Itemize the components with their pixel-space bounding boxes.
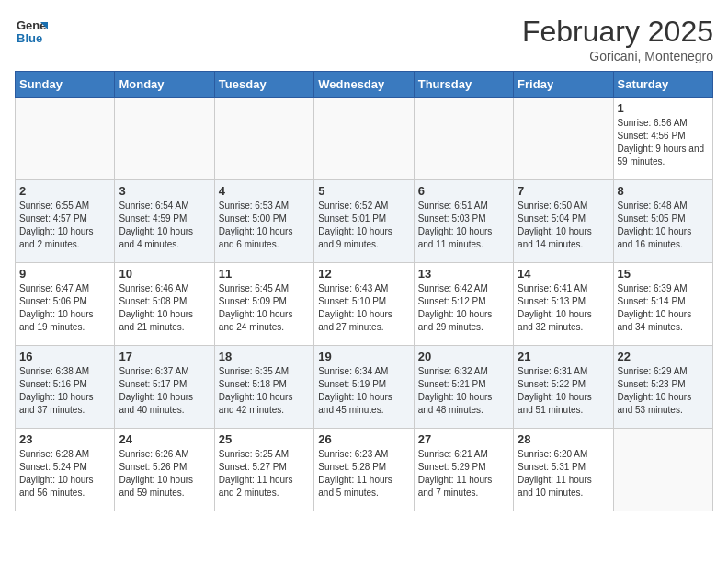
day-info: Sunrise: 6:21 AM Sunset: 5:29 PM Dayligh… <box>418 448 509 500</box>
day-info: Sunrise: 6:55 AM Sunset: 4:57 PM Dayligh… <box>19 200 110 251</box>
day-number: 22 <box>618 350 709 363</box>
day-number: 19 <box>318 350 409 363</box>
day-info: Sunrise: 6:46 AM Sunset: 5:08 PM Dayligh… <box>119 282 210 334</box>
calendar-cell: 17Sunrise: 6:37 AM Sunset: 5:17 PM Dayli… <box>115 346 214 429</box>
weekday-header-wednesday: Wednesday <box>314 72 414 98</box>
weekday-header-row: SundayMondayTuesdayWednesdayThursdayFrid… <box>16 72 713 98</box>
calendar-cell: 20Sunrise: 6:32 AM Sunset: 5:21 PM Dayli… <box>414 346 513 429</box>
calendar-cell <box>16 98 115 180</box>
day-number: 9 <box>19 267 110 281</box>
day-info: Sunrise: 6:31 AM Sunset: 5:22 PM Dayligh… <box>518 365 609 417</box>
day-info: Sunrise: 6:54 AM Sunset: 4:59 PM Dayligh… <box>119 200 210 251</box>
day-info: Sunrise: 6:26 AM Sunset: 5:26 PM Dayligh… <box>119 448 210 500</box>
day-number: 6 <box>418 184 509 198</box>
day-number: 25 <box>219 432 310 446</box>
day-info: Sunrise: 6:56 AM Sunset: 4:56 PM Dayligh… <box>618 117 709 168</box>
day-number: 20 <box>418 350 509 363</box>
calendar-cell: 11Sunrise: 6:45 AM Sunset: 5:09 PM Dayli… <box>214 263 313 346</box>
day-number: 21 <box>518 350 609 363</box>
calendar-cell: 24Sunrise: 6:26 AM Sunset: 5:26 PM Dayli… <box>115 429 214 511</box>
calendar-cell <box>514 98 613 180</box>
day-info: Sunrise: 6:42 AM Sunset: 5:12 PM Dayligh… <box>418 282 509 334</box>
calendar-cell: 1Sunrise: 6:56 AM Sunset: 4:56 PM Daylig… <box>613 98 712 180</box>
calendar-cell: 10Sunrise: 6:46 AM Sunset: 5:08 PM Dayli… <box>115 263 214 346</box>
weekday-header-friday: Friday <box>514 72 613 98</box>
day-info: Sunrise: 6:41 AM Sunset: 5:13 PM Dayligh… <box>518 282 609 334</box>
day-number: 24 <box>119 432 210 446</box>
day-info: Sunrise: 6:48 AM Sunset: 5:05 PM Dayligh… <box>618 200 709 251</box>
calendar-cell: 25Sunrise: 6:25 AM Sunset: 5:27 PM Dayli… <box>214 429 313 511</box>
calendar-week-row-4: 16Sunrise: 6:38 AM Sunset: 5:16 PM Dayli… <box>16 346 713 429</box>
day-number: 10 <box>119 267 210 281</box>
page-header: General Blue February 2025 Goricani, Mon… <box>15 15 713 63</box>
day-info: Sunrise: 6:20 AM Sunset: 5:31 PM Dayligh… <box>518 448 609 500</box>
calendar-cell <box>115 98 214 180</box>
day-number: 2 <box>19 184 110 198</box>
month-year-title: February 2025 <box>522 15 713 49</box>
day-number: 26 <box>318 432 409 446</box>
svg-text:Blue: Blue <box>17 31 42 45</box>
weekday-header-monday: Monday <box>115 72 214 98</box>
calendar-cell: 12Sunrise: 6:43 AM Sunset: 5:10 PM Dayli… <box>314 263 414 346</box>
calendar-cell: 14Sunrise: 6:41 AM Sunset: 5:13 PM Dayli… <box>514 263 613 346</box>
day-number: 18 <box>219 350 310 363</box>
calendar-cell: 21Sunrise: 6:31 AM Sunset: 5:22 PM Dayli… <box>514 346 613 429</box>
calendar-table: SundayMondayTuesdayWednesdayThursdayFrid… <box>15 71 713 511</box>
day-info: Sunrise: 6:51 AM Sunset: 5:03 PM Dayligh… <box>418 200 509 251</box>
title-block: February 2025 Goricani, Montenegro <box>522 15 713 63</box>
calendar-cell: 26Sunrise: 6:23 AM Sunset: 5:28 PM Dayli… <box>314 429 414 511</box>
calendar-week-row-3: 9Sunrise: 6:47 AM Sunset: 5:06 PM Daylig… <box>16 263 713 346</box>
day-number: 15 <box>618 267 709 281</box>
day-info: Sunrise: 6:35 AM Sunset: 5:18 PM Dayligh… <box>219 365 310 417</box>
calendar-cell: 2Sunrise: 6:55 AM Sunset: 4:57 PM Daylig… <box>16 180 115 263</box>
day-number: 17 <box>119 350 210 363</box>
weekday-header-tuesday: Tuesday <box>214 72 313 98</box>
day-number: 3 <box>119 184 210 198</box>
calendar-week-row-1: 1Sunrise: 6:56 AM Sunset: 4:56 PM Daylig… <box>16 98 713 180</box>
day-info: Sunrise: 6:45 AM Sunset: 5:09 PM Dayligh… <box>219 282 310 334</box>
calendar-cell: 4Sunrise: 6:53 AM Sunset: 5:00 PM Daylig… <box>214 180 313 263</box>
day-number: 5 <box>318 184 409 198</box>
logo: General Blue <box>15 15 48 52</box>
calendar-cell <box>613 429 712 511</box>
calendar-cell <box>214 98 313 180</box>
day-info: Sunrise: 6:53 AM Sunset: 5:00 PM Dayligh… <box>219 200 310 251</box>
day-info: Sunrise: 6:34 AM Sunset: 5:19 PM Dayligh… <box>318 365 409 417</box>
calendar-cell: 27Sunrise: 6:21 AM Sunset: 5:29 PM Dayli… <box>414 429 513 511</box>
calendar-cell <box>314 98 414 180</box>
day-number: 1 <box>618 101 709 115</box>
day-info: Sunrise: 6:32 AM Sunset: 5:21 PM Dayligh… <box>418 365 509 417</box>
day-info: Sunrise: 6:39 AM Sunset: 5:14 PM Dayligh… <box>618 282 709 334</box>
day-number: 14 <box>518 267 609 281</box>
calendar-cell: 22Sunrise: 6:29 AM Sunset: 5:23 PM Dayli… <box>613 346 712 429</box>
weekday-header-thursday: Thursday <box>414 72 513 98</box>
calendar-cell: 16Sunrise: 6:38 AM Sunset: 5:16 PM Dayli… <box>16 346 115 429</box>
day-number: 11 <box>219 267 310 281</box>
day-number: 28 <box>518 432 609 446</box>
calendar-cell: 13Sunrise: 6:42 AM Sunset: 5:12 PM Dayli… <box>414 263 513 346</box>
calendar-cell: 18Sunrise: 6:35 AM Sunset: 5:18 PM Dayli… <box>214 346 313 429</box>
weekday-header-sunday: Sunday <box>16 72 115 98</box>
calendar-week-row-2: 2Sunrise: 6:55 AM Sunset: 4:57 PM Daylig… <box>16 180 713 263</box>
day-info: Sunrise: 6:28 AM Sunset: 5:24 PM Dayligh… <box>19 448 110 500</box>
day-number: 7 <box>518 184 609 198</box>
day-info: Sunrise: 6:38 AM Sunset: 5:16 PM Dayligh… <box>19 365 110 417</box>
calendar-cell: 28Sunrise: 6:20 AM Sunset: 5:31 PM Dayli… <box>514 429 613 511</box>
day-number: 13 <box>418 267 509 281</box>
day-info: Sunrise: 6:29 AM Sunset: 5:23 PM Dayligh… <box>618 365 709 417</box>
weekday-header-saturday: Saturday <box>613 72 712 98</box>
calendar-cell: 6Sunrise: 6:51 AM Sunset: 5:03 PM Daylig… <box>414 180 513 263</box>
day-info: Sunrise: 6:23 AM Sunset: 5:28 PM Dayligh… <box>318 448 409 500</box>
day-info: Sunrise: 6:52 AM Sunset: 5:01 PM Dayligh… <box>318 200 409 251</box>
day-number: 27 <box>418 432 509 446</box>
day-info: Sunrise: 6:25 AM Sunset: 5:27 PM Dayligh… <box>219 448 310 500</box>
calendar-cell: 15Sunrise: 6:39 AM Sunset: 5:14 PM Dayli… <box>613 263 712 346</box>
calendar-cell: 7Sunrise: 6:50 AM Sunset: 5:04 PM Daylig… <box>514 180 613 263</box>
day-number: 8 <box>618 184 709 198</box>
day-info: Sunrise: 6:43 AM Sunset: 5:10 PM Dayligh… <box>318 282 409 334</box>
calendar-cell: 8Sunrise: 6:48 AM Sunset: 5:05 PM Daylig… <box>613 180 712 263</box>
calendar-week-row-5: 23Sunrise: 6:28 AM Sunset: 5:24 PM Dayli… <box>16 429 713 511</box>
calendar-cell: 3Sunrise: 6:54 AM Sunset: 4:59 PM Daylig… <box>115 180 214 263</box>
logo-icon: General Blue <box>15 15 48 52</box>
day-number: 12 <box>318 267 409 281</box>
